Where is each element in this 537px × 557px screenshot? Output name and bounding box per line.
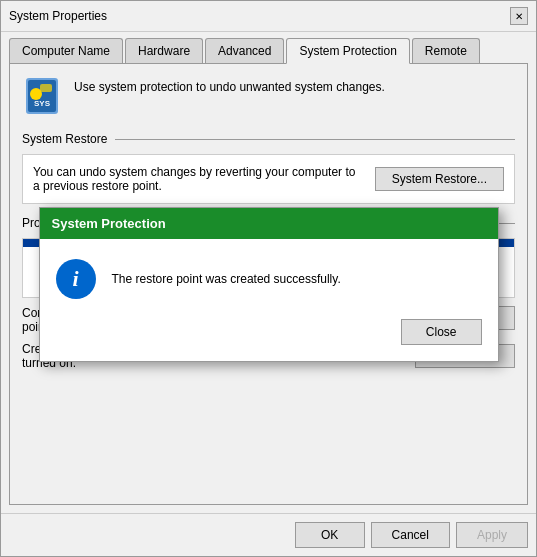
window-title: System Properties: [9, 9, 107, 23]
tab-content-system-protection: SYS Use system protection to undo unwant…: [9, 63, 528, 505]
dialog-footer: Close: [56, 319, 482, 345]
title-bar-controls: ✕: [510, 7, 528, 25]
dialog-message-text: The restore point was created successful…: [112, 272, 341, 286]
dialog-message: i The restore point was created successf…: [56, 259, 482, 299]
apply-button[interactable]: Apply: [456, 522, 528, 548]
dialog-overlay: System Protection i The restore point wa…: [10, 64, 527, 504]
dialog-close-button[interactable]: Close: [401, 319, 482, 345]
ok-button[interactable]: OK: [295, 522, 365, 548]
dialog-body: i The restore point was created successf…: [40, 239, 498, 361]
cancel-button[interactable]: Cancel: [371, 522, 450, 548]
info-icon: i: [56, 259, 96, 299]
tab-hardware[interactable]: Hardware: [125, 38, 203, 63]
system-protection-dialog: System Protection i The restore point wa…: [39, 207, 499, 362]
dialog-title: System Protection: [52, 216, 166, 231]
window-footer: OK Cancel Apply: [1, 513, 536, 556]
system-properties-window: System Properties ✕ Computer Name Hardwa…: [0, 0, 537, 557]
tab-advanced[interactable]: Advanced: [205, 38, 284, 63]
title-bar: System Properties ✕: [1, 1, 536, 32]
tab-computer-name[interactable]: Computer Name: [9, 38, 123, 63]
tab-system-protection[interactable]: System Protection: [286, 38, 409, 64]
close-button[interactable]: ✕: [510, 7, 528, 25]
tab-remote[interactable]: Remote: [412, 38, 480, 63]
dialog-title-bar: System Protection: [40, 208, 498, 239]
tabs-bar: Computer Name Hardware Advanced System P…: [1, 32, 536, 63]
